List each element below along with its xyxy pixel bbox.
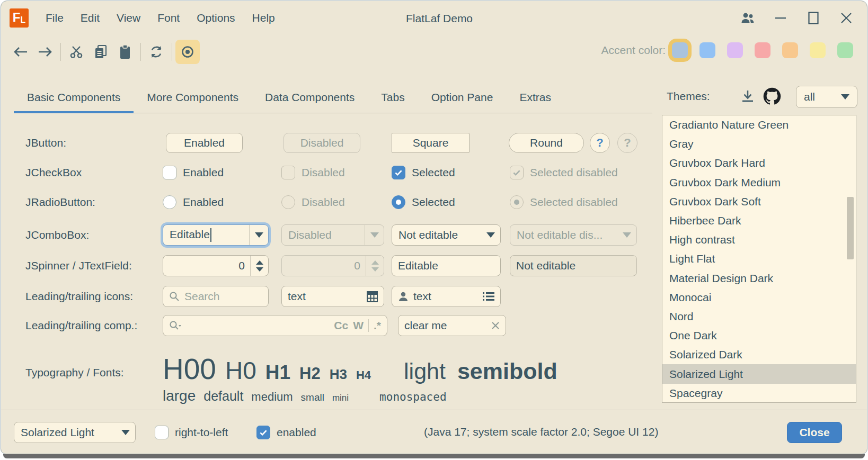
refresh-button[interactable] [144,40,169,64]
users-button[interactable] [731,1,764,35]
menu-item[interactable]: Help [244,6,284,30]
combobox-disabled: Disabled [281,224,384,246]
back-button[interactable] [8,40,33,64]
combobox-arrow[interactable] [249,225,268,245]
right-to-left-checkbox[interactable] [155,426,169,439]
menu-item[interactable]: Font [149,6,188,30]
accent-color-swatch[interactable] [837,42,853,58]
theme-list-item[interactable]: Gradianto Nature Green [662,115,856,134]
menubar: FileEditViewFontOptionsHelp [37,1,284,35]
theme-list-item[interactable]: High contrast [662,230,856,249]
search-options-field[interactable]: Cc W .* [163,315,387,336]
accent-color-swatch[interactable] [782,42,798,58]
theme-list-item[interactable]: Spacegray [662,384,856,403]
radio-selected[interactable] [392,195,405,209]
window-controls [731,1,863,35]
spinner-arrows[interactable] [250,256,268,276]
accent-color-swatch[interactable] [699,42,715,58]
copy-icon [94,44,108,59]
whole-word-button[interactable]: W [353,319,364,332]
theme-list-item[interactable]: Gruvbox Dark Hard [662,154,856,173]
github-button[interactable] [762,86,782,106]
enabled-button[interactable]: Enabled [166,133,243,153]
maximize-button[interactable] [797,1,830,35]
download-themes-button[interactable] [738,86,758,106]
search-field[interactable]: Search [163,286,269,307]
menu-item[interactable]: View [108,6,149,30]
search-dropdown-icon[interactable] [169,320,182,331]
app-logo: FL [10,8,29,28]
calendar-table-icon[interactable] [367,291,378,302]
theme-list-item[interactable]: Monocai [662,288,856,307]
list-menu-icon[interactable] [483,292,494,301]
theme-list-item[interactable]: Gruvbox Dark Medium [662,173,856,192]
close-button[interactable]: Close [787,422,842,443]
menu-item[interactable]: Edit [72,6,108,30]
checkbox-enabled[interactable] [163,166,176,179]
window-shadow [3,454,865,458]
round-button[interactable]: Round [509,133,584,153]
regex-button[interactable]: .* [374,319,381,332]
window-title: FlatLaf Demo [406,12,473,25]
close-window-button[interactable] [830,1,863,35]
date-field[interactable]: text [281,286,384,307]
help-button[interactable]: ? [590,133,610,153]
monospaced-sample: monospaced [379,392,446,403]
theme-list-item[interactable]: Gruvbox Dark Soft [662,192,856,211]
theme-list-item[interactable]: Material Design Dark [662,269,856,288]
accent-color-swatch[interactable] [727,42,743,58]
forward-icon [38,47,52,57]
textfield-editable[interactable]: Editable [392,255,501,276]
menu-item[interactable]: File [37,6,72,30]
square-button[interactable]: Square [392,133,470,153]
combobox-arrow[interactable] [481,225,500,245]
toolbar [8,36,200,68]
match-case-button[interactable]: Cc [334,319,348,332]
menu-item[interactable]: Options [188,6,243,30]
minimize-button[interactable] [764,1,797,35]
accent-color-swatch[interactable] [810,42,826,58]
text-caret [210,228,211,242]
lookandfeel-combobox[interactable]: Solarized Light [14,422,136,443]
mini-sample: mini [332,393,349,402]
cut-button[interactable] [64,40,88,64]
combobox-arrow[interactable] [116,422,135,443]
combobox-editable[interactable]: Editable [163,224,269,246]
tab[interactable]: Extras [506,82,564,113]
checkbox-selected[interactable] [392,166,405,179]
chevron-down-icon [370,232,379,238]
theme-list-item[interactable]: Gray [662,134,856,154]
enabled-checkbox[interactable] [256,426,270,439]
clear-x-icon[interactable] [491,321,500,330]
show-hover-toggle-button[interactable] [175,40,200,64]
themes-scrollbar-thumb[interactable] [847,197,854,259]
tab[interactable]: Data Components [252,82,368,113]
check-icon [394,168,403,177]
user-text-field[interactable]: text [392,286,501,307]
tab[interactable]: Tabs [368,82,418,113]
combobox-not-editable[interactable]: Not editable [392,224,501,246]
paste-button[interactable] [113,40,137,64]
theme-list-item[interactable]: Hiberbee Dark [662,211,856,230]
theme-list-item[interactable]: Solarized Dark [662,345,856,364]
theme-list-item[interactable]: One Dark [662,326,856,345]
spinner-down-icon [371,267,379,272]
theme-list-item[interactable]: Light Flat [662,249,856,268]
tab[interactable]: More Components [134,82,252,113]
spinner[interactable]: 0 [163,255,269,276]
tab[interactable]: Option Pane [418,82,507,113]
forward-button[interactable] [33,40,57,64]
themes-list: Gradianto Nature GreenGrayGruvbox Dark H… [662,115,856,403]
theme-list-item[interactable]: Solarized Light [662,364,856,383]
field-separator [368,319,369,332]
copy-button[interactable] [88,40,113,64]
clear-me-field[interactable]: clear me [398,315,506,336]
tab[interactable]: Basic Components [14,82,134,113]
accent-color-swatch[interactable] [755,42,770,58]
light-sample: light [404,360,446,383]
theme-filter-combobox[interactable]: all [796,86,857,108]
h0-sample: H0 [225,358,256,383]
accent-color-swatch[interactable] [672,42,688,58]
radio-enabled[interactable] [163,195,176,209]
theme-list-item[interactable]: Nord [662,307,856,326]
